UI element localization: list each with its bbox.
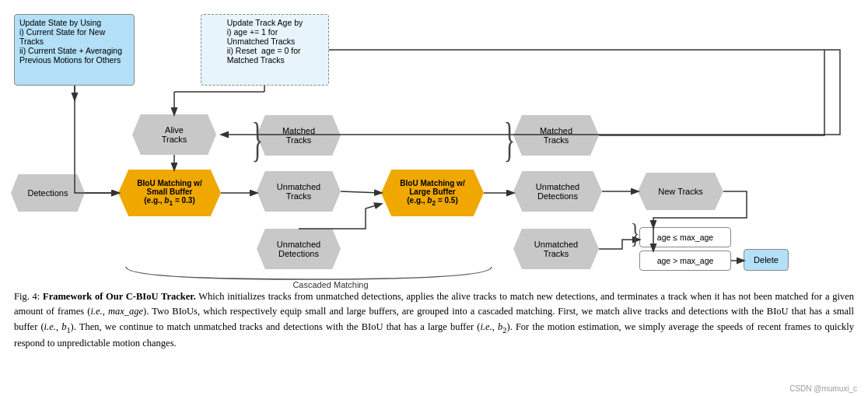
matched-tracks-2-hex: MatchedTracks [513, 115, 599, 156]
alive-tracks-hex: AliveTracks [132, 114, 216, 155]
new-tracks-hex: New Tracks [638, 173, 723, 210]
left-brace-1: } [251, 115, 263, 163]
age-gt-text: age > max_age [657, 256, 714, 265]
update-state-box: Update State by Usingi) Current State fo… [14, 14, 135, 86]
delete-box: Delete [744, 249, 789, 271]
unmatched-tracks-1-hex: UnmatchedTracks [257, 171, 341, 212]
new-tracks-label: New Tracks [658, 187, 702, 196]
biou-small-label: BIoU Matching w/Small Buffer(e.g., b1 = … [137, 179, 201, 207]
update-age-text: Update Track Age byi) age += 1 forUnmatc… [227, 18, 303, 65]
unmatched-det-2-label: UnmatchedDetections [536, 182, 579, 201]
biou-small-hex: BIoU Matching w/Small Buffer(e.g., b1 = … [118, 170, 221, 216]
right-brace-age: } [631, 219, 640, 247]
unmatched-tracks-2-label: UnmatchedTracks [534, 240, 578, 258]
alive-tracks-label: AliveTracks [162, 125, 187, 144]
svg-line-4 [341, 191, 381, 193]
update-state-text: Update State by Usingi) Current State fo… [19, 18, 129, 65]
age-gt-box: age > max_age [639, 251, 731, 271]
fig-bold: Framework of Our C-BIoU Tracker. [43, 291, 196, 302]
unmatched-det-1-label: UnmatchedDetections [277, 240, 320, 258]
matched-tracks-2-label: MatchedTracks [540, 126, 572, 145]
unmatched-tracks-2-hex: UnmatchedTracks [513, 229, 599, 269]
detections-hex: Detections [11, 174, 85, 212]
caption-area: Fig. 4: Framework of Our C-BIoU Tracker.… [0, 288, 868, 353]
fig-label: Fig. 4: [14, 291, 43, 302]
biou-large-label: BIoU Matching w/Large Buffer(e.g., b2 = … [400, 179, 464, 207]
watermark-text: CSDN @mumuxi_c [789, 384, 857, 393]
unmatched-tracks-1-label: UnmatchedTracks [277, 182, 320, 201]
delete-label: Delete [754, 255, 779, 265]
biou-large-hex: BIoU Matching w/Large Buffer(e.g., b2 = … [381, 170, 484, 216]
caption-text: Fig. 4: Framework of Our C-BIoU Tracker.… [14, 289, 854, 352]
bottom-brace [118, 263, 499, 288]
age-le-box: age ≤ max_age [639, 227, 731, 247]
right-brace-2: } [503, 115, 515, 163]
unmatched-det-2-hex: UnmatchedDetections [513, 171, 602, 212]
age-le-text: age ≤ max_age [657, 233, 713, 242]
diagram-area: Update State by Usingi) Current State fo… [0, 0, 868, 288]
detections-label: Detections [28, 188, 68, 198]
update-age-box: Update Track Age byi) age += 1 forUnmatc… [201, 14, 329, 86]
matched-tracks-1-label: MatchedTracks [282, 126, 315, 145]
watermark: CSDN @mumuxi_c [789, 384, 857, 393]
matched-tracks-1-hex: MatchedTracks [257, 115, 341, 156]
